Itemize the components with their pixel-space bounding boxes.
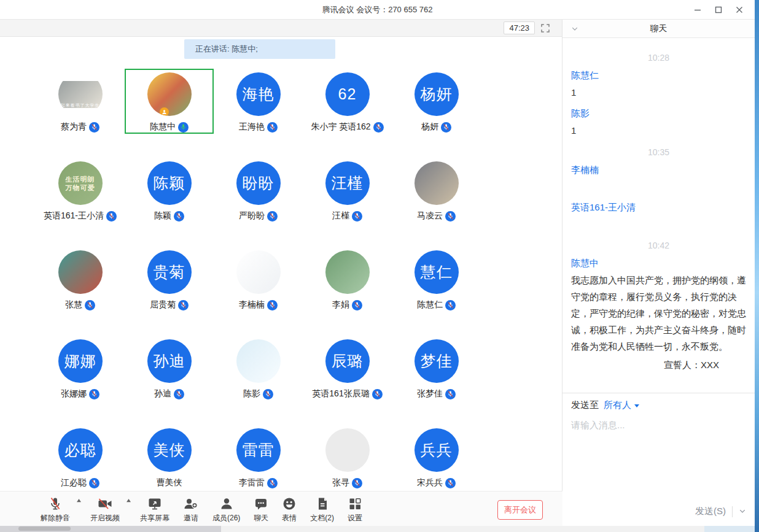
toolbar-settings-button[interactable]: 设置 (348, 496, 362, 523)
participant-tile[interactable]: 娜娜张娜娜 (36, 336, 125, 401)
participant-name: 陈影 (243, 388, 260, 399)
toolbar-members-button[interactable]: 成员(26) (212, 496, 240, 523)
maximize-icon (715, 6, 722, 13)
mic-muted-icon (441, 122, 451, 133)
chat-sender-name[interactable]: 陈慧中 (571, 258, 746, 269)
toolbar-invite-button[interactable]: 邀请 (183, 496, 199, 523)
mic-muted-icon (445, 478, 456, 488)
mic-muted-icon (373, 122, 384, 133)
toolbar-docs-button[interactable]: 文档(2) (310, 496, 334, 523)
participant-tile[interactable]: 辰璐英语161张辰璐 (303, 336, 392, 401)
chat-sender-name[interactable]: 李楠楠 (571, 164, 746, 176)
chat-panel: 聊天 10:28陈慧仁1陈影110:35李楠楠英语161-王小清10:42陈慧中… (562, 20, 755, 526)
toolbar-unmute-button[interactable]: 解除静音 (41, 496, 70, 523)
participant-tile[interactable]: 陈慧中 (125, 69, 214, 134)
participant-tile[interactable]: 陈影 (214, 336, 303, 401)
toolbar-label: 邀请 (184, 513, 198, 523)
participant-tile[interactable]: 汪槿汪槿 (303, 158, 392, 223)
chat-sender-name[interactable]: 陈慧仁 (571, 70, 746, 82)
toolbar-start-video-button[interactable]: 开启视频 (90, 496, 120, 523)
chat-message-signature: 宣誓人：XXX (571, 360, 746, 371)
participant-avatar: 兵兵 (415, 428, 459, 472)
participant-tile[interactable]: 张寻 (303, 425, 392, 490)
participant-tile[interactable]: 海艳王海艳 (214, 69, 303, 134)
mic-muted-icon (267, 211, 278, 222)
participant-tile[interactable]: 美侠曹美侠 (125, 425, 214, 490)
participant-tile[interactable]: 贵菊屈贵菊 (125, 247, 214, 312)
mic-muted-icon (352, 478, 362, 488)
participant-avatar: 生活明朗 万物可爱 (58, 161, 103, 205)
share-screen-icon (147, 496, 162, 512)
participant-name: 陈慧中 (150, 121, 176, 133)
fullscreen-icon[interactable] (540, 23, 551, 34)
window-controls (687, 0, 750, 20)
participant-tile[interactable]: 李娟 (303, 247, 392, 312)
toolbar-label: 解除静音 (41, 513, 70, 523)
participant-name: 孙迪 (154, 388, 171, 399)
participant-tile[interactable]: 盼盼严盼盼 (214, 158, 303, 223)
chat-title: 聊天 (650, 23, 668, 34)
participant-name: 陈颖 (154, 210, 171, 222)
participant-tile[interactable]: 雷雷李雷雷 (214, 425, 303, 490)
toolbar-share-screen-button[interactable]: 共享屏幕 (140, 496, 169, 523)
participant-name: 宋兵兵 (417, 477, 443, 488)
chat-message-text: 1 (571, 84, 746, 101)
mic-muted-icon (85, 300, 95, 310)
participant-tile[interactable]: 孙迪孙迪 (125, 336, 214, 401)
participant-tile[interactable]: 62朱小宇 英语162 (303, 69, 392, 134)
minimize-button[interactable] (687, 0, 708, 20)
participant-name: 严盼盼 (239, 210, 265, 222)
participant-tile[interactable]: 梦佳张梦佳 (392, 336, 481, 401)
toolbar-emoji-button[interactable]: 表情 (282, 496, 297, 523)
host-badge-icon (160, 107, 169, 116)
participant-avatar: 陈颖 (147, 161, 192, 205)
participant-name: 江必聪 (61, 477, 87, 488)
send-to-value: 所有人 (604, 399, 631, 411)
toolbar-options-arrow-icon[interactable] (126, 498, 131, 503)
mic-muted-icon (445, 211, 456, 222)
chat-message-list[interactable]: 10:28陈慧仁1陈影110:35李楠楠英语161-王小清10:42陈慧中我志愿… (562, 38, 755, 393)
chat-sender-name[interactable]: 英语161-王小清 (571, 202, 746, 214)
participant-name: 英语161-王小清 (44, 210, 104, 222)
participant-avatar: 孙迪 (147, 339, 192, 383)
toolbar-options-arrow-icon[interactable] (76, 498, 82, 503)
video-frame: 起来看书了大学生 (58, 81, 103, 108)
participant-name: 张娜娜 (61, 388, 87, 399)
participant-tile[interactable]: 生活明朗 万物可爱英语161-王小清 (36, 158, 125, 223)
close-button[interactable] (729, 0, 750, 20)
send-button[interactable]: 发送(S) (695, 506, 726, 517)
mic-muted-icon (267, 122, 278, 133)
participant-tile[interactable]: 必聪江必聪 (36, 425, 125, 490)
participant-tile[interactable]: 起来看书了大学生蔡为青 (36, 69, 125, 134)
participant-avatar: 慧仁 (415, 250, 459, 294)
chat-sender-name[interactable]: 陈影 (571, 108, 746, 120)
participant-tile[interactable]: 兵兵宋兵兵 (392, 425, 481, 490)
toolbar-label: 开启视频 (90, 513, 120, 523)
participant-tile[interactable]: 陈颖陈颖 (125, 158, 214, 223)
title-bar[interactable]: 腾讯会议 会议号：270 655 762 (0, 0, 755, 20)
participant-name: 王海艳 (239, 121, 265, 133)
participant-tile[interactable]: 张慧 (36, 247, 125, 312)
scrollbar-thumb[interactable] (18, 526, 71, 531)
send-to-dropdown[interactable]: 所有人 (604, 399, 639, 411)
participant-avatar: 汪槿 (325, 161, 370, 205)
mic-active-icon (178, 122, 189, 133)
meeting-timer: 47:23 (504, 21, 535, 34)
participant-tile[interactable]: 杨妍杨妍 (392, 69, 481, 134)
video-caption: 起来看书了大学生 (61, 102, 100, 108)
maximize-button[interactable] (708, 0, 729, 20)
mic-muted-icon (267, 478, 278, 488)
chevron-down-icon[interactable] (571, 25, 578, 34)
mic-muted-icon (267, 300, 278, 310)
participant-tile[interactable]: 慧仁陈慧仁 (392, 247, 481, 312)
send-options-chevron-icon[interactable] (739, 506, 746, 517)
mic-muted-icon (445, 300, 456, 310)
window-title: 腾讯会议 会议号：270 655 762 (0, 0, 755, 20)
message-input[interactable]: 请输入消息... (571, 420, 746, 506)
toolbar-chat-button[interactable]: 聊天 (254, 496, 268, 523)
minimize-icon (694, 6, 701, 13)
leave-meeting-button[interactable]: 离开会议 (497, 500, 543, 520)
participant-tile[interactable]: 李楠楠 (214, 247, 303, 312)
mic-muted-icon (263, 389, 273, 399)
participant-tile[interactable]: 马凌云 (392, 158, 481, 223)
